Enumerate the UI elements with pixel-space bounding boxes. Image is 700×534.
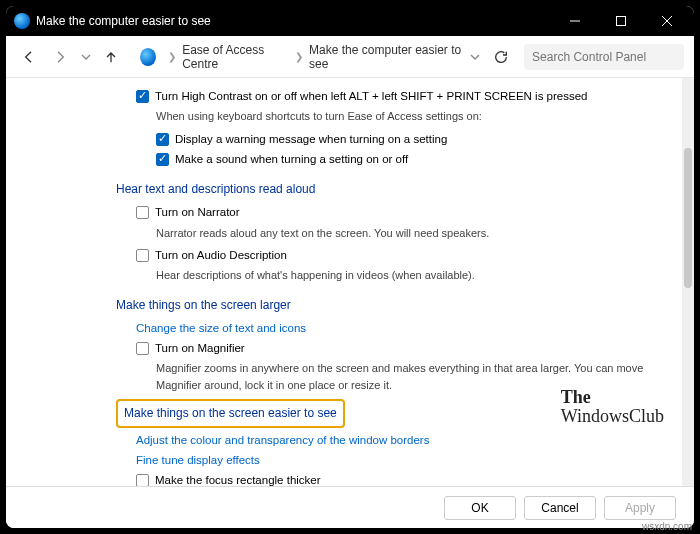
source-tag: wsxdn.com xyxy=(642,521,692,532)
change-size-link[interactable]: Change the size of text and icons xyxy=(136,320,306,337)
window-title: Make the computer easier to see xyxy=(36,14,211,28)
maximize-button[interactable] xyxy=(598,6,644,36)
chevron-right-icon: ❯ xyxy=(295,51,303,62)
navbar: ❯ Ease of Access Centre ❯ Make the compu… xyxy=(6,36,694,78)
window-controls xyxy=(552,6,690,36)
magnifier-label: Turn on Magnifier xyxy=(155,340,245,357)
svg-rect-1 xyxy=(617,17,626,26)
recent-dropdown[interactable] xyxy=(78,42,94,72)
up-button[interactable] xyxy=(98,42,125,72)
narrator-desc: Narrator reads aloud any text on the scr… xyxy=(156,225,662,242)
content-area: Turn High Contrast on or off when left A… xyxy=(6,78,682,486)
narrator-label: Turn on Narrator xyxy=(155,204,240,221)
app-icon xyxy=(14,13,30,29)
minimize-button[interactable] xyxy=(552,6,598,36)
close-button[interactable] xyxy=(644,6,690,36)
back-button[interactable] xyxy=(16,42,43,72)
warning-checkbox[interactable] xyxy=(156,133,169,146)
address-icon xyxy=(140,48,156,66)
high-contrast-checkbox[interactable] xyxy=(136,90,149,103)
cancel-button[interactable]: Cancel xyxy=(524,496,596,520)
forward-button[interactable] xyxy=(47,42,74,72)
breadcrumb[interactable]: ❯ Ease of Access Centre ❯ Make the compu… xyxy=(164,43,463,71)
titlebar: Make the computer easier to see xyxy=(6,6,694,36)
chevron-right-icon: ❯ xyxy=(168,51,176,62)
focus-rect-checkbox[interactable] xyxy=(136,474,149,486)
highlight-section-heading: Make things on the screen easier to see xyxy=(116,399,345,427)
crumb-current[interactable]: Make the computer easier to see xyxy=(309,43,463,71)
focus-rect-label: Make the focus rectangle thicker xyxy=(155,472,321,486)
window: Make the computer easier to see xyxy=(6,6,694,528)
scroll-thumb[interactable] xyxy=(684,148,692,288)
section-easier: Make things on the screen easier to see xyxy=(124,406,337,420)
ok-button[interactable]: OK xyxy=(444,496,516,520)
audio-desc-label: Turn on Audio Description xyxy=(155,247,287,264)
address-dropdown[interactable] xyxy=(467,42,483,72)
apply-button[interactable]: Apply xyxy=(604,496,676,520)
magnifier-desc: Magnifier zooms in anywhere on the scree… xyxy=(156,360,662,393)
sound-label: Make a sound when turning a setting on o… xyxy=(175,151,408,168)
crumb-parent[interactable]: Ease of Access Centre xyxy=(182,43,289,71)
scrollbar[interactable] xyxy=(682,78,694,486)
magnifier-checkbox[interactable] xyxy=(136,342,149,355)
audio-desc-desc: Hear descriptions of what's happening in… xyxy=(156,267,662,284)
audio-desc-checkbox[interactable] xyxy=(136,249,149,262)
high-contrast-label: Turn High Contrast on or off when left A… xyxy=(155,88,588,105)
shortcuts-sublabel: When using keyboard shortcuts to turn Ea… xyxy=(156,108,662,125)
search-input[interactable] xyxy=(524,44,684,70)
button-bar: OK Cancel Apply xyxy=(6,486,694,528)
section-hear: Hear text and descriptions read aloud xyxy=(116,180,662,198)
refresh-button[interactable] xyxy=(487,42,514,72)
narrator-checkbox[interactable] xyxy=(136,206,149,219)
adjust-colour-link[interactable]: Adjust the colour and transparency of th… xyxy=(136,432,429,449)
sound-checkbox[interactable] xyxy=(156,153,169,166)
section-larger: Make things on the screen larger xyxy=(116,296,662,314)
warning-label: Display a warning message when turning o… xyxy=(175,131,447,148)
fine-tune-link[interactable]: Fine tune display effects xyxy=(136,452,260,469)
